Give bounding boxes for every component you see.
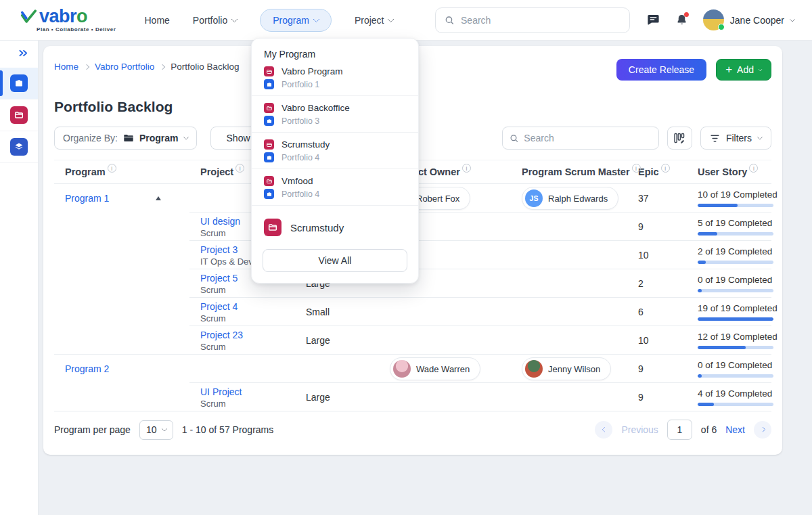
project-link[interactable]: Project 3	[200, 244, 238, 255]
info-icon	[235, 164, 244, 173]
program-dropdown-item[interactable]: Vabro Program Portfolio 1	[252, 60, 418, 96]
epic-count: 10	[627, 250, 687, 261]
epic-count: 9	[627, 363, 687, 374]
layers-icon	[10, 138, 28, 156]
page-number-input[interactable]	[667, 420, 692, 440]
info-icon	[749, 164, 758, 173]
table-search[interactable]	[502, 127, 659, 150]
progress-bar	[698, 317, 773, 321]
sidebar-item-briefcase[interactable]	[0, 68, 38, 99]
progress-bar	[698, 232, 773, 236]
program-dropdown-item[interactable]: Vmfood Portfolio 4	[252, 169, 418, 206]
global-search[interactable]	[435, 7, 630, 33]
sidebar-expand-icon[interactable]	[18, 48, 29, 60]
sidebar-item-folder[interactable]	[0, 99, 38, 131]
program-folder-icon	[264, 219, 281, 236]
epic-count: 6	[627, 307, 687, 317]
nav-item-home[interactable]: Home	[144, 15, 169, 26]
chevron-right-icon	[760, 427, 765, 432]
range-label: 1 - 10 of 57 Programs	[182, 424, 273, 435]
project-link[interactable]: Project 23	[200, 330, 243, 340]
user-story-label: 0 of 19 Completed	[698, 360, 773, 370]
nav-item-portfolio[interactable]: Portfolio	[193, 15, 237, 26]
chevron-down-icon	[757, 134, 763, 139]
program-dropdown-item[interactable]: Scrumstudy Portfolio 4	[252, 133, 418, 169]
folder-icon	[123, 133, 134, 143]
primary-nav: HomePortfolioProgramProject	[144, 9, 393, 32]
project-method: Scrum	[200, 399, 298, 409]
chevron-down-icon	[790, 16, 795, 22]
dropdown-title: My Program	[252, 49, 418, 60]
previous-page-button[interactable]	[595, 421, 612, 439]
progress-bar	[698, 261, 773, 264]
epic-count: 10	[627, 335, 687, 346]
epic-count: 37	[627, 193, 687, 204]
portfolio-briefcase-icon	[264, 79, 274, 89]
add-button[interactable]: + Add	[716, 59, 771, 81]
notification-dot	[684, 12, 689, 17]
chevron-down-icon	[313, 16, 319, 22]
project-row[interactable]: Project 23Scrum Large 10 12 of 19 Comple…	[54, 326, 771, 355]
next-label[interactable]: Next	[725, 424, 745, 435]
previous-label[interactable]: Previous	[621, 424, 658, 435]
navbar-right: Jane Cooper	[646, 9, 794, 30]
portfolio-briefcase-icon	[264, 189, 274, 199]
organize-by-select[interactable]: Organize By: Program	[54, 127, 197, 150]
program-folder-icon	[264, 176, 274, 186]
project-link[interactable]: UI design	[200, 216, 240, 227]
team-size: Large	[298, 392, 379, 403]
chevron-down-icon	[231, 16, 238, 22]
featured-program-item[interactable]: Scrumstudy	[252, 206, 418, 248]
product-owner-pill[interactable]: Wade Warren	[390, 357, 480, 380]
sidebar-item-layers[interactable]	[0, 131, 38, 163]
collapse-caret-icon[interactable]	[156, 196, 161, 200]
column-header: Program	[54, 166, 189, 177]
vabro-logo[interactable]: vabro Plan • Collaborate • Deliver	[20, 7, 116, 32]
breadcrumb-vabro-portfolio[interactable]: Vabro Portfolio	[95, 62, 154, 72]
notifications-button[interactable]	[675, 14, 688, 26]
program-link[interactable]: Program 2	[65, 363, 109, 374]
scrum-master-pill[interactable]: JSRalph Edwards	[522, 187, 618, 210]
logo-check-icon	[20, 9, 37, 24]
messages-button[interactable]	[646, 14, 660, 26]
breadcrumb-home[interactable]: Home	[54, 62, 78, 72]
per-page-select[interactable]: 10	[139, 420, 173, 440]
search-icon	[445, 15, 455, 26]
project-link[interactable]: UI Project	[200, 386, 242, 397]
brand-name: vabro	[39, 7, 87, 26]
table-search-input[interactable]	[524, 133, 652, 143]
user-story-label: 10 of 19 Completed	[698, 189, 777, 200]
project-link[interactable]: Project 4	[200, 301, 238, 312]
brand-tagline: Plan • Collaborate • Deliver	[37, 26, 116, 32]
program-folder-icon	[264, 66, 274, 76]
nav-item-program[interactable]: Program	[260, 9, 332, 32]
next-page-button[interactable]	[754, 421, 771, 439]
briefcase-icon	[10, 74, 28, 92]
filters-button[interactable]: Filters	[700, 127, 771, 150]
program-row[interactable]: Program 2 Wade Warren Jenny Wilson 9 0 o…	[54, 355, 771, 383]
global-search-input[interactable]	[461, 15, 621, 26]
user-story-label: 4 of 19 Completed	[698, 388, 773, 399]
user-menu[interactable]: Jane Cooper	[703, 9, 794, 30]
user-story-label: 2 of 19 Completed	[698, 246, 773, 256]
nav-item-project[interactable]: Project	[355, 15, 394, 26]
chevron-right-icon	[84, 64, 89, 69]
project-link[interactable]: Project 5	[200, 273, 238, 284]
project-row[interactable]: Project 4Scrum Small 6 19 of 19 Complete…	[54, 298, 771, 326]
chevron-down-icon	[161, 426, 166, 431]
epic-count: 9	[627, 221, 687, 232]
customize-columns-button[interactable]	[667, 127, 692, 150]
pagination-bar: Program per page 10 1 - 10 of 57 Program…	[54, 411, 771, 448]
user-story-label: 5 of 19 Completed	[698, 218, 773, 228]
progress-bar	[698, 374, 773, 378]
program-dropdown-item[interactable]: Vabro Backoffice Portfolio 3	[252, 96, 418, 133]
scrum-master-pill[interactable]: Jenny Wilson	[522, 357, 611, 380]
project-row[interactable]: UI ProjectScrum Large 9 4 of 19 Complete…	[54, 383, 771, 411]
team-size: Small	[298, 307, 379, 317]
breadcrumb-current: Portfolio Backlog	[171, 62, 239, 72]
create-release-button[interactable]: Create Release	[616, 59, 706, 81]
chevron-right-icon	[160, 64, 165, 69]
program-link[interactable]: Program 1	[65, 193, 109, 204]
user-story-label: 0 of 19 Completed	[698, 275, 773, 285]
view-all-button[interactable]: View All	[263, 249, 407, 272]
